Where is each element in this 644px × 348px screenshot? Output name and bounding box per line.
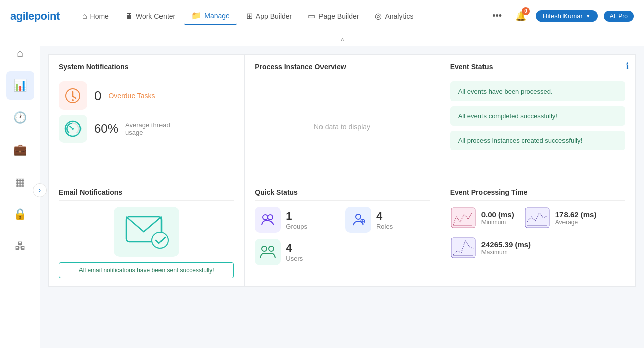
maximum-chart-icon <box>450 237 476 259</box>
maximum-value: 24265.39 (ms) <box>481 240 531 249</box>
svg-point-9 <box>263 215 268 220</box>
notification-badge: 0 <box>522 7 530 15</box>
info-icon[interactable]: ℹ <box>626 61 629 72</box>
briefcase-icon: 💼 <box>13 143 27 156</box>
main-content: ∧ System Notifications <box>40 32 644 348</box>
svg-point-8 <box>152 232 168 248</box>
overdue-count-value: 0 <box>94 88 101 103</box>
users-icon <box>259 244 276 259</box>
more-button[interactable]: ••• <box>488 9 506 23</box>
nav-items: ⌂ Home 🖥 Work Center 📁 Manage ⊞ App Buil… <box>75 7 488 25</box>
collapse-bar[interactable]: ∧ <box>40 32 644 46</box>
average-info: 178.62 (ms) Average <box>555 210 597 226</box>
thread-label: Average threadusage <box>125 121 170 136</box>
overdue-count: 0 <box>94 88 101 104</box>
logo: agilepoint <box>10 10 60 23</box>
nav-pagebuilder-label: Page Builder <box>318 12 359 20</box>
nav-manage[interactable]: 📁 Manage <box>184 7 237 25</box>
email-notifications-title: Email Notifications <box>59 188 234 201</box>
no-data-message: No data to display <box>255 81 429 172</box>
tiles-icon: ▦ <box>15 176 25 189</box>
users-info: 4 Users <box>286 242 303 263</box>
event-status-item-0: All events have been processed. <box>450 81 625 101</box>
chevron-up-icon: ∧ <box>340 36 345 43</box>
thread-row: 60% Average threadusage <box>59 115 234 143</box>
nav-pagebuilder[interactable]: ▭ Page Builder <box>301 7 366 25</box>
sidebar-item-home[interactable]: ⌂ <box>6 39 34 67</box>
nav-home-label: Home <box>90 12 109 20</box>
sidebar-item-lock[interactable]: 🔒 <box>6 200 34 228</box>
event-status-list: All events have been processed. All even… <box>450 81 625 150</box>
nav-workcenter-label: Work Center <box>136 12 175 20</box>
overdue-label: Overdue Tasks <box>108 92 155 100</box>
event-status-item-1: All events completed successfully! <box>450 106 625 126</box>
users-label: Users <box>286 255 303 263</box>
groups-info: 1 Groups <box>286 210 307 230</box>
sidebar-item-tiles[interactable]: ▦ <box>6 168 34 196</box>
event-processing-title: Event Processing Time <box>450 188 625 201</box>
dashboard-grid: System Notifications 0 Overdue Tasks <box>40 46 644 295</box>
minimum-chart-icon <box>450 207 476 229</box>
groups-icon-box <box>255 207 281 233</box>
email-notifications-widget: Email Notifications All email notificati… <box>48 180 244 287</box>
processing-row-1: 0.00 (ms) Minimum <box>450 207 625 229</box>
processing-minimum: 0.00 (ms) Minimum <box>450 207 514 229</box>
event-status-title: Event Status <box>450 63 625 75</box>
average-label: Average <box>555 219 597 226</box>
nav-analytics[interactable]: ◎ Analytics <box>368 7 420 25</box>
svg-rect-17 <box>451 208 475 228</box>
svg-point-3 <box>72 99 74 101</box>
sidebar: ⌂ 📊 🕐 💼 ▦ 🔒 🖧 › <box>0 32 40 348</box>
svg-line-2 <box>73 96 76 98</box>
app-body: ⌂ 📊 🕐 💼 ▦ 🔒 🖧 › ∧ <box>0 32 644 348</box>
quick-groups: 1 Groups <box>255 207 339 233</box>
svg-point-6 <box>72 128 74 130</box>
event-processing-list: 0.00 (ms) Minimum <box>450 207 625 259</box>
nav-workcenter[interactable]: 🖥 Work Center <box>118 8 182 25</box>
clock-warning-icon <box>65 88 81 104</box>
groups-label: Groups <box>286 223 307 230</box>
email-success-message: All email notifications have been sent s… <box>59 262 234 278</box>
maximum-label: Maximum <box>481 249 531 256</box>
svg-point-10 <box>268 215 273 220</box>
svg-point-11 <box>356 214 361 219</box>
al-pro-badge[interactable]: AL Pro <box>604 11 634 22</box>
top-navigation: agilepoint ⌂ Home 🖥 Work Center 📁 Manage… <box>0 0 644 32</box>
sidebar-item-dashboard[interactable]: 📊 <box>6 71 34 100</box>
nav-right: ••• 🔔 0 Hitesh Kumar ▼ AL Pro <box>488 7 634 25</box>
user-menu[interactable]: Hitesh Kumar ▼ <box>536 10 598 22</box>
quick-status-title: Quick Status <box>255 188 429 201</box>
event-processing-widget: Event Processing Time <box>440 180 636 287</box>
svg-point-16 <box>269 246 274 251</box>
groups-icon <box>260 212 275 227</box>
home-icon: ⌂ <box>82 12 87 21</box>
quick-status-grid: 1 Groups <box>255 207 429 265</box>
roles-count: 4 <box>376 210 393 223</box>
sidebar-item-briefcase[interactable]: 💼 <box>6 136 34 164</box>
sidebar-item-clock[interactable]: 🕐 <box>6 104 34 132</box>
minimum-info: 0.00 (ms) Minimum <box>481 210 514 226</box>
sidebar-toggle[interactable]: › <box>33 183 47 197</box>
nav-home[interactable]: ⌂ Home <box>75 8 116 25</box>
nav-appbuilder[interactable]: ⊞ App Builder <box>239 7 299 25</box>
analytics-icon: ◎ <box>375 11 382 21</box>
processing-average: 178.62 (ms) Average <box>524 207 597 229</box>
system-notifications-title: System Notifications <box>59 63 234 75</box>
minimum-label: Minimum <box>481 219 514 226</box>
thread-icon-box <box>59 115 87 143</box>
roles-label: Roles <box>376 223 393 230</box>
notification-button[interactable]: 🔔 0 <box>512 7 530 25</box>
server-icon: 🖧 <box>15 240 26 253</box>
groups-count: 1 <box>286 210 307 223</box>
logo-text: agilepoint <box>10 10 60 22</box>
chevron-down-icon: ▼ <box>586 13 591 19</box>
roles-icon <box>351 212 366 227</box>
gauge-icon <box>64 120 82 138</box>
processing-maximum: 24265.39 (ms) Maximum <box>450 237 625 259</box>
nav-appbuilder-label: App Builder <box>256 12 292 20</box>
quick-status-widget: Quick Status 1 <box>244 180 440 287</box>
chevron-right-icon: › <box>39 187 41 194</box>
event-status-widget: Event Status ℹ All events have been proc… <box>440 54 636 180</box>
sidebar-item-server[interactable]: 🖧 <box>6 232 34 260</box>
nav-manage-label: Manage <box>204 12 230 20</box>
